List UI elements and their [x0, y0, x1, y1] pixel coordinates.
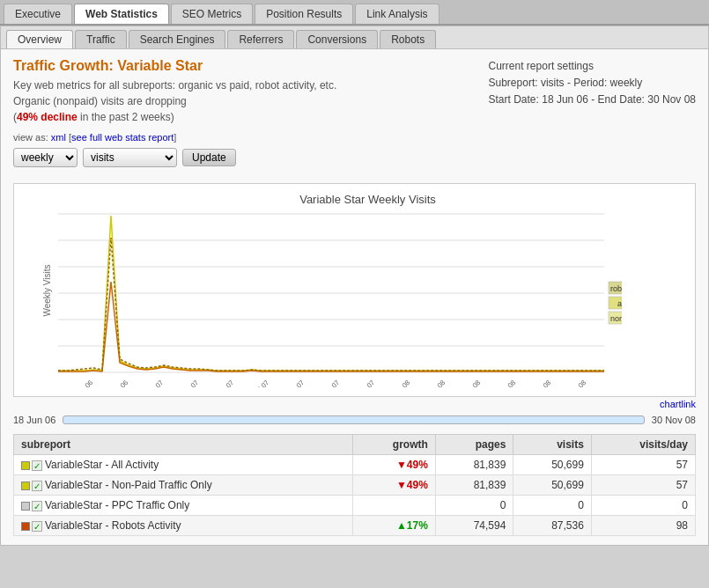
- col-header-visits-day: visits/day: [591, 435, 695, 455]
- report-subreport: Subreport: visits - Period: weekly: [489, 75, 696, 92]
- tab-seo-metrics[interactable]: SEO Metrics: [171, 4, 253, 24]
- svg-text:02 Sep 07: 02 Sep 07: [277, 379, 306, 387]
- col-header-pages: pages: [435, 435, 513, 455]
- chartlink-anchor[interactable]: chartlink: [660, 399, 696, 409]
- chart-link[interactable]: chartlink: [13, 399, 696, 409]
- xml-link[interactable]: xml: [51, 132, 66, 143]
- row-checkbox[interactable]: ✓: [32, 501, 42, 511]
- growth-value: 49%: [407, 479, 428, 491]
- table-row: ✓VariableStar - PPC Traffic Only000: [14, 496, 696, 516]
- metric-select[interactable]: visits pageviews unique visitors: [83, 148, 177, 167]
- svg-text:23 Nov 08: 23 Nov 08: [559, 379, 588, 387]
- row-color-icon: [21, 481, 30, 490]
- row-pages: 81,839: [435, 455, 513, 475]
- svg-text:01 Oct 06: 01 Oct 06: [68, 379, 95, 387]
- view-as-row: view as: xml [see full web stats report]: [13, 132, 336, 143]
- svg-text:17 Feb 08: 17 Feb 08: [384, 379, 412, 387]
- tab-link-analysis[interactable]: Link Analysis: [355, 4, 439, 24]
- full-stats-link[interactable]: see full web stats report: [71, 132, 174, 143]
- svg-text:03 Aug 08: 03 Aug 08: [490, 379, 518, 387]
- row-visits: 50,699: [513, 455, 591, 475]
- col-header-subreport: subreport: [14, 435, 353, 455]
- subtab-search-engines[interactable]: Search Engines: [129, 30, 226, 48]
- subtab-conversions[interactable]: Conversions: [296, 30, 378, 48]
- tab-web-statistics[interactable]: Web Statistics: [74, 4, 169, 24]
- col-header-growth: growth: [352, 435, 435, 455]
- row-name: ✓VariableStar - Non-Paid Traffic Only: [14, 475, 353, 496]
- growth-value: 49%: [407, 459, 428, 471]
- chart-svg-wrapper: 0 2000 4000 6000 8000 10000 12000 06: [58, 211, 677, 387]
- main-panel: Overview Traffic Search Engines Referrer…: [0, 26, 709, 546]
- row-checkbox[interactable]: ✓: [32, 460, 42, 471]
- view-as-label: view as:: [13, 132, 48, 143]
- row-name: ✓VariableStar - All Activity: [14, 455, 353, 475]
- row-color-icon: [21, 502, 30, 511]
- update-button[interactable]: Update: [182, 149, 236, 166]
- data-table: subreport growth pages visits visits/day…: [13, 434, 696, 536]
- svg-text:06 Aug 06: 06 Aug 06: [58, 379, 60, 387]
- row-pages: 74,594: [435, 516, 513, 536]
- growth-arrow-up: ▲: [396, 519, 407, 532]
- svg-text:robots: robots: [610, 284, 622, 293]
- subtab-robots[interactable]: Robots: [380, 30, 436, 48]
- svg-text:all: all: [617, 299, 622, 308]
- growth-arrow-down: ▼: [396, 459, 407, 471]
- svg-text:13 Apr 08: 13 Apr 08: [420, 379, 447, 387]
- header-row: Traffic Growth: Variable Star Key web me…: [13, 58, 696, 176]
- subtab-referrers[interactable]: Referrers: [227, 30, 294, 48]
- decline-text: 49% decline: [17, 111, 78, 123]
- row-name: ✓VariableStar - Robots Activity: [14, 516, 353, 536]
- row-checkbox[interactable]: ✓: [32, 481, 42, 491]
- row-visits-per-day: 98: [591, 516, 695, 536]
- slider-start-date: 18 Jun 06: [13, 415, 55, 425]
- chart-y-label: Weekly Visits: [42, 264, 52, 316]
- svg-text:26 Nov 06: 26 Nov 06: [101, 379, 130, 387]
- subtab-overview[interactable]: Overview: [6, 30, 73, 48]
- sub-tabs: Overview Traffic Search Engines Referrer…: [1, 26, 708, 49]
- row-visits-per-day: 0: [591, 496, 695, 516]
- table-row: ✓VariableStar - Robots Activity▲17%74,59…: [14, 516, 696, 536]
- date-range-slider[interactable]: [63, 415, 645, 424]
- row-color-icon: [21, 461, 30, 470]
- row-pages: 81,839: [435, 475, 513, 496]
- tab-position-results[interactable]: Position Results: [255, 4, 353, 24]
- row-growth: [352, 496, 435, 516]
- svg-text:23 Dec 07: 23 Dec 07: [348, 379, 377, 387]
- row-visits-per-day: 57: [591, 455, 695, 475]
- desc3-suffix: in the past 2 weeks): [78, 111, 174, 123]
- page-title: Traffic Growth: Variable Star: [13, 58, 336, 74]
- period-select[interactable]: weekly daily monthly: [13, 148, 78, 167]
- row-name: ✓VariableStar - PPC Traffic Only: [14, 496, 353, 516]
- chart-title: Variable Star Weekly Visits: [58, 193, 677, 206]
- table-row: ✓VariableStar - Non-Paid Traffic Only▼49…: [14, 475, 696, 496]
- svg-text:13 May 07: 13 May 07: [207, 379, 236, 387]
- tab-executive[interactable]: Executive: [4, 4, 72, 24]
- report-settings-label: Current report settings: [489, 58, 696, 75]
- description: Key web metrics for all subreports: orga…: [13, 77, 336, 125]
- subtab-traffic[interactable]: Traffic: [75, 30, 127, 48]
- growth-arrow-down: ▼: [396, 479, 407, 491]
- row-visits-per-day: 57: [591, 475, 695, 496]
- svg-text:18 Mar 07: 18 Mar 07: [173, 379, 201, 387]
- row-checkbox[interactable]: ✓: [32, 521, 42, 532]
- col-header-visits: visits: [513, 435, 591, 455]
- row-growth: ▼49%: [352, 455, 435, 475]
- table-header-row: subreport growth pages visits visits/day: [14, 435, 696, 455]
- row-growth: ▲17%: [352, 516, 435, 536]
- svg-text:28 Sep 08: 28 Sep 08: [524, 379, 553, 387]
- row-pages: 0: [435, 496, 513, 516]
- row-color-icon: [21, 522, 30, 531]
- row-visits: 0: [513, 496, 591, 516]
- table-row: ✓VariableStar - All Activity▼49%81,83950…: [14, 455, 696, 475]
- svg-text:08 Jul 07: 08 Jul 07: [245, 379, 271, 387]
- svg-text:08 Jun 08: 08 Jun 08: [454, 379, 483, 387]
- row-growth: ▼49%: [352, 475, 435, 496]
- top-tabs: Executive Web Statistics SEO Metrics Pos…: [0, 0, 709, 26]
- row-visits: 87,536: [513, 516, 591, 536]
- slider-row: 18 Jun 06 30 Nov 08: [13, 415, 696, 425]
- header-left: Traffic Growth: Variable Star Key web me…: [13, 58, 336, 176]
- svg-text:28 Oct 07: 28 Oct 07: [314, 379, 342, 387]
- chart-container: Variable Star Weekly Visits Weekly Visit…: [13, 183, 696, 397]
- row-visits: 50,699: [513, 475, 591, 496]
- report-settings: Current report settings Subreport: visit…: [489, 58, 696, 176]
